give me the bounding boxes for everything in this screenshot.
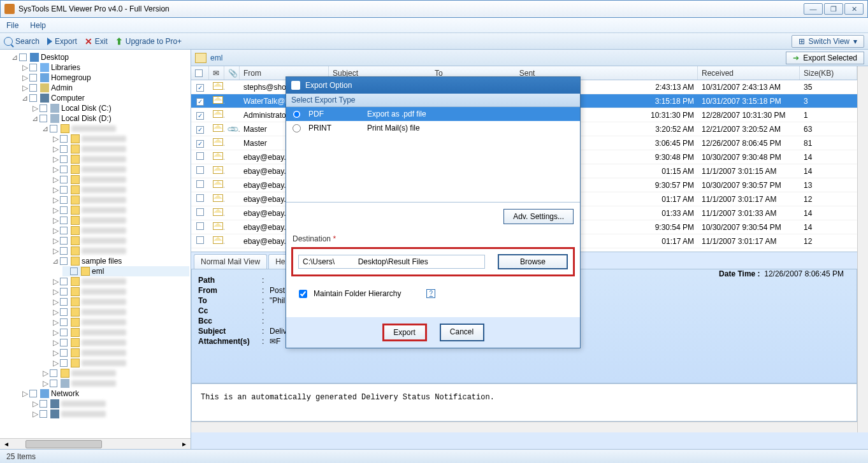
tree-folder[interactable]: ▷ (32, 409, 189, 419)
tree-folder[interactable]: ▷ (52, 215, 189, 225)
tree-folder[interactable]: ▷ (52, 195, 189, 205)
row-checkbox[interactable] (196, 140, 204, 148)
tree-eml[interactable]: eml (62, 266, 189, 276)
menu-file[interactable]: File (6, 21, 18, 30)
status-bar: 25 Items (0, 449, 868, 463)
dialog-icon (291, 81, 300, 90)
tree-folder[interactable]: ▷ (52, 307, 189, 317)
cancel-button[interactable]: Cancel (440, 324, 484, 341)
attachment-icon: ✉ (270, 337, 276, 346)
row-checkbox[interactable] (196, 126, 204, 134)
tree-sample-files[interactable]: ⊿sample files (52, 256, 189, 266)
tree-folder[interactable]: ▷ (42, 368, 189, 378)
tree-folder[interactable]: ▷ (52, 134, 189, 144)
cell-received: 10/30/2007 9:30:54 PM (698, 223, 800, 232)
export-icon: ➜ (793, 53, 799, 62)
maintain-hierarchy-checkbox[interactable] (299, 290, 307, 298)
mail-body: This is an automatically generated Deliv… (191, 383, 857, 422)
tree-folder[interactable]: ▷ (52, 327, 189, 338)
window-title: SysTools EML Viewer Pro v4.0 - Full Vers… (18, 4, 170, 13)
close-button[interactable]: ✕ (844, 3, 864, 15)
tree-folder[interactable]: ▷ (52, 144, 189, 154)
cell-received: 11/1/2007 3:01:33 AM (698, 209, 800, 218)
tree-folder[interactable]: ▷ (52, 297, 189, 307)
tree-folder[interactable]: ▷ (52, 358, 189, 368)
tree-folder[interactable]: ▷ (52, 205, 189, 215)
exit-button[interactable]: ✕Exit (85, 37, 108, 46)
upgrade-button[interactable]: ⬆Upgrade to Pro+ (115, 37, 182, 46)
row-checkbox[interactable] (196, 112, 204, 120)
export-confirm-button[interactable]: Export (382, 324, 427, 341)
tree-disk-c[interactable]: ▷Local Disk (C:) (32, 103, 189, 113)
row-checkbox[interactable] (196, 98, 204, 106)
row-checkbox[interactable] (196, 236, 204, 244)
tree-folder[interactable]: ▷ (52, 338, 189, 348)
option-pdf[interactable]: PDF Export as .pdf file (286, 107, 580, 121)
breadcrumb: eml (195, 53, 222, 63)
row-checkbox[interactable] (196, 152, 204, 160)
option-print[interactable]: PRINT Print Mail(s) file (286, 121, 580, 135)
select-all-checkbox[interactable] (195, 69, 203, 77)
cell-size: 12 (800, 237, 857, 246)
col-icon[interactable]: ✉ (209, 66, 224, 80)
tree-folder[interactable]: ▷ (52, 154, 189, 164)
row-checkbox[interactable] (196, 166, 204, 174)
tree-network[interactable]: ▷Network (22, 388, 189, 399)
tree-folder[interactable]: ▷ (52, 185, 189, 195)
tab-normal[interactable]: Normal Mail View (194, 254, 267, 269)
tree-folder[interactable]: ▷ (52, 175, 189, 185)
tree-folder[interactable]: ▷ (52, 287, 189, 297)
help-link[interactable]: ? (426, 289, 435, 298)
tree-folder[interactable]: ▷ (52, 317, 189, 327)
maximize-button[interactable]: ❐ (824, 3, 843, 15)
col-attachment[interactable]: 📎 (224, 66, 240, 80)
tree-folder[interactable]: ▷ (52, 276, 189, 287)
tree-hscrollbar[interactable]: ◂▸ (0, 438, 191, 449)
browse-button[interactable]: Browse (498, 254, 568, 269)
tree-homegroup[interactable]: ▷Homegroup (22, 73, 189, 83)
export-option-dialog: Export Option Select Export Type PDF Exp… (286, 76, 581, 348)
tree-computer[interactable]: ⊿Computer (22, 93, 189, 103)
tree-folder[interactable]: ▷ (52, 236, 189, 246)
export-selected-button[interactable]: ➜Export Selected (786, 52, 864, 64)
radio-print[interactable] (293, 124, 301, 132)
col-size[interactable]: Size(KB) (800, 66, 857, 80)
search-button[interactable]: Search (4, 37, 40, 46)
preview-datetime: Date Time : 12/26/2007 8:06:45 PM (719, 269, 844, 278)
vscrollbar[interactable] (857, 66, 868, 432)
tree-folder[interactable]: ⊿ (42, 124, 189, 134)
menubar: File Help (0, 18, 868, 33)
row-checkbox[interactable] (196, 180, 204, 188)
mail-icon (213, 110, 223, 118)
cell-size: 1 (800, 111, 857, 120)
dialog-titlebar: Export Option (286, 77, 580, 94)
select-export-type-label: Select Export Type (286, 94, 580, 107)
row-checkbox[interactable] (196, 208, 204, 216)
mail-icon (213, 236, 223, 244)
tree-folder[interactable]: ▷ (52, 164, 189, 175)
radio-pdf[interactable] (293, 110, 301, 118)
tree-libraries[interactable]: ▷Libraries (22, 62, 189, 73)
tree-admin[interactable]: ▷Admin (22, 83, 189, 93)
tree-folder[interactable]: ▷ (52, 348, 189, 358)
row-checkbox[interactable] (196, 194, 204, 202)
tree-folder[interactable]: ▷ (52, 225, 189, 236)
col-received[interactable]: Received (698, 66, 800, 80)
menu-help[interactable]: Help (30, 21, 46, 30)
tree-desktop[interactable]: ⊿Desktop (11, 52, 189, 62)
grid-hscrollbar[interactable] (191, 422, 857, 432)
tree-folder[interactable]: ▷ (52, 246, 189, 256)
destination-input[interactable] (298, 255, 485, 269)
adv-settings-button[interactable]: Adv. Settings... (503, 209, 574, 224)
cell-received: 11/1/2007 3:01:17 AM (698, 237, 800, 246)
row-checkbox[interactable] (196, 84, 204, 92)
tree-folder[interactable]: ▷ (32, 399, 189, 409)
export-button[interactable]: Export (47, 37, 77, 46)
row-checkbox[interactable] (196, 222, 204, 230)
tree-folder[interactable]: ▷ (42, 378, 189, 388)
tree-disk-d[interactable]: ⊿Local Disk (D:) (32, 113, 189, 124)
cell-size: 14 (800, 167, 857, 176)
switch-view-button[interactable]: ⊞ Switch View ▾ (792, 35, 864, 48)
minimize-button[interactable]: — (804, 3, 823, 15)
switch-icon: ⊞ (799, 37, 805, 46)
